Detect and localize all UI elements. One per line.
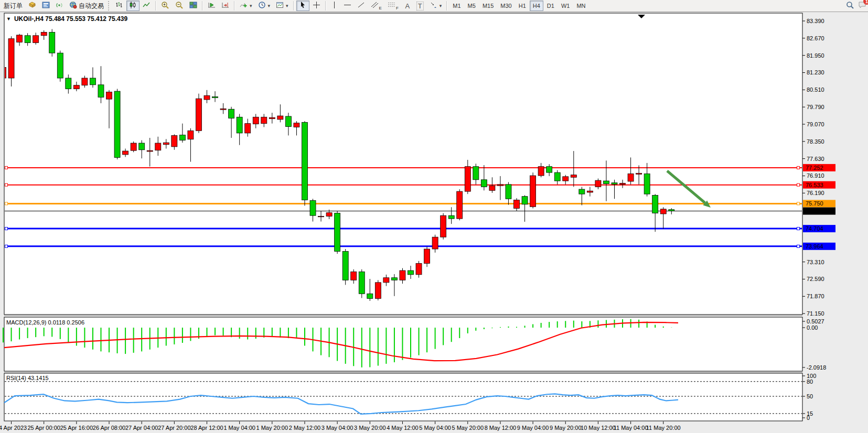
zoom-in-button[interactable] (158, 1, 172, 11)
notifications-button[interactable]: 1 (858, 0, 867, 12)
candle-body (367, 294, 373, 298)
price-tag-label: 73.964 (806, 243, 823, 250)
timeframe-m1-button[interactable]: M1 (449, 1, 464, 11)
candle-body (229, 109, 234, 118)
candlestick-icon (129, 1, 137, 10)
candle-body (285, 116, 291, 127)
autotrading-button[interactable]: 自动交易 (67, 1, 106, 11)
toolbar-separator (155, 1, 156, 10)
candle-body (172, 135, 177, 146)
candle-body (90, 78, 95, 85)
auto-scroll-button[interactable] (205, 1, 218, 11)
date-axis-label: 3 May 04:00 (322, 425, 353, 431)
timeframe-m5-button[interactable]: M5 (465, 1, 479, 11)
hline-handle[interactable] (5, 228, 8, 230)
new-order-button[interactable]: 新订单 (1, 1, 25, 11)
candle-body (163, 143, 169, 145)
timeframe-label: H4 (533, 3, 540, 9)
timeframe-m15-button[interactable]: M15 (479, 1, 497, 11)
bar-chart-button[interactable] (113, 1, 126, 11)
signals-button[interactable] (53, 1, 66, 11)
candle-body (261, 117, 267, 123)
candle-body (522, 197, 528, 204)
candle-body (375, 283, 381, 299)
bar-chart-icon (115, 1, 123, 10)
horizontal-line-icon (344, 1, 351, 10)
candle-body (82, 78, 88, 85)
cursor-button[interactable] (296, 1, 309, 11)
timeframe-mn-button[interactable]: MN (573, 1, 588, 11)
macd-axis-label: 0.00 (807, 324, 818, 331)
templates-button[interactable]: ▾ (273, 1, 291, 11)
hline-handle[interactable] (797, 183, 800, 186)
date-axis-label: 2 May 12:00 (289, 425, 321, 431)
equidistant-channel-button[interactable]: E (368, 1, 384, 11)
timeframe-h4-button[interactable]: H4 (530, 1, 543, 11)
hline-handle[interactable] (5, 245, 8, 247)
candle-body (408, 270, 414, 275)
candle-body (131, 143, 136, 150)
new-order-label: 新订单 (4, 2, 23, 10)
candle-body (457, 191, 463, 219)
zoom-out-button[interactable] (173, 1, 186, 11)
text-button[interactable]: A (402, 1, 413, 11)
line-chart-button[interactable] (140, 1, 153, 11)
candle-body (489, 186, 495, 190)
candle-body (636, 173, 642, 174)
horizontal-line-button[interactable] (341, 1, 354, 11)
price-tag-label: 76.533 (806, 182, 823, 188)
chart-shift-button[interactable] (219, 1, 232, 11)
timeframe-h1-button[interactable]: H1 (516, 1, 529, 11)
hline-handle[interactable] (5, 166, 8, 169)
vertical-line-button[interactable] (328, 1, 340, 11)
candle-body (41, 32, 47, 35)
price-axis-label: 80.510 (807, 86, 824, 93)
text-label-button[interactable]: T (414, 1, 426, 11)
candle-body (98, 85, 104, 98)
label-tool-label: T (416, 2, 424, 10)
hline-handle[interactable] (797, 245, 800, 247)
search-button[interactable] (843, 1, 857, 11)
date-axis-label: 9 May 20:00 (550, 425, 582, 431)
chevron-down-icon: ▾ (250, 3, 252, 8)
date-axis-label: 28 Apr 12:00 (190, 425, 223, 431)
macd-axis-label: 0.5027 (807, 318, 824, 324)
trendline-button[interactable] (355, 1, 368, 11)
candle-body (587, 191, 593, 192)
hline-handle[interactable] (797, 202, 800, 205)
candle-body (465, 167, 470, 191)
chevron-down-icon: ▾ (440, 3, 442, 8)
chart-title-text: UKOil-,H4 75.484 75.553 75.412 75.439 (14, 15, 127, 23)
price-tag-label: 75.439 (806, 208, 823, 214)
hline-handle[interactable] (5, 202, 8, 205)
fibonacci-button[interactable]: F (385, 1, 401, 11)
candle-body (473, 167, 479, 180)
timeframe-d1-button[interactable]: D1 (544, 1, 558, 11)
rsi-axis-label: 0 (807, 415, 810, 421)
market-watch-button[interactable] (39, 1, 52, 11)
channel-icon (371, 1, 379, 10)
chart-canvas[interactable]: 83.39082.67081.95081.23080.51079.79079.0… (0, 12, 868, 433)
candle-body (335, 213, 340, 252)
chart-title[interactable]: ▼ UKOil-,H4 75.484 75.553 75.412 75.439 (6, 15, 127, 23)
new-chart-button[interactable] (26, 1, 39, 11)
candle-body (277, 116, 283, 120)
hline-handle[interactable] (5, 183, 8, 186)
candle-body (73, 85, 79, 89)
periods-button[interactable]: ▾ (255, 1, 273, 11)
search-icon (846, 1, 854, 11)
timeframe-m30-button[interactable]: M30 (497, 1, 515, 11)
hline-handle[interactable] (797, 228, 800, 230)
arrows-button[interactable]: ▾ (427, 1, 445, 11)
candle-body (302, 122, 307, 200)
hline-handle[interactable] (797, 166, 800, 169)
candle-body (448, 215, 454, 219)
price-axis-label: 81.230 (807, 69, 824, 75)
timeframe-w1-button[interactable]: W1 (558, 1, 573, 11)
candle-body (554, 172, 560, 181)
tile-windows-button[interactable] (187, 1, 200, 11)
crosshair-button[interactable] (310, 1, 323, 11)
indicators-button[interactable]: ▾ (237, 1, 255, 11)
candle-body (669, 210, 674, 211)
candlestick-chart-button[interactable] (126, 1, 140, 11)
